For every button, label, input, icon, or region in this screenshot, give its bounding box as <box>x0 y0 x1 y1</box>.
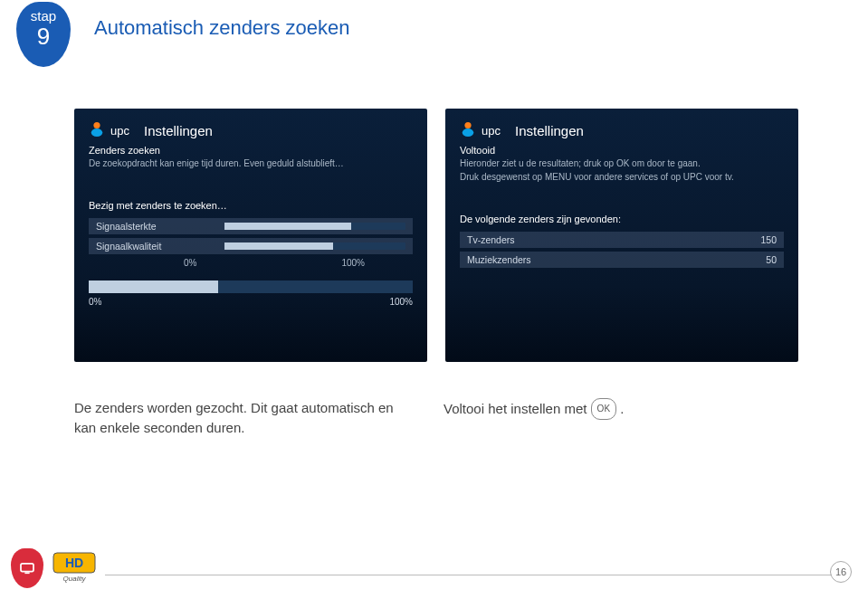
svg-rect-4 <box>21 564 33 572</box>
signal-quality-row: Signaalkwaliteit <box>89 238 413 254</box>
signal-quality-bar <box>224 242 405 250</box>
signal-strength-label: Signaalsterkte <box>96 218 157 234</box>
tv-pin-icon <box>11 548 43 588</box>
tv-right-desc-a: Hieronder ziet u de resultaten; druk op … <box>460 157 784 169</box>
caption-right: Voltooi het instellen met OK . <box>444 398 769 420</box>
tv-screenshots: upc Instellingen Zenders zoeken De zoeko… <box>74 109 798 366</box>
progress-hundred: 100% <box>389 297 413 307</box>
scale-hundred: 100% <box>341 258 365 268</box>
tv-left-header: upc Instellingen <box>89 121 413 139</box>
tv-left-brand: upc <box>110 124 129 138</box>
page-title: Automatisch zenders zoeken <box>94 16 350 40</box>
svg-point-1 <box>91 128 103 137</box>
tv-right-found: De volgende zenders zijn gevonden: <box>460 214 784 224</box>
tv-right-subtitle: Voltooid <box>460 145 784 156</box>
svg-point-2 <box>464 122 471 128</box>
svg-point-3 <box>463 128 474 137</box>
footer: HD Quality 16 <box>11 552 852 588</box>
tv-right-desc-b: Druk desgewenst op MENU voor andere serv… <box>460 171 784 183</box>
tv-left-desc: De zoekopdracht kan enige tijd duren. Ev… <box>89 157 413 169</box>
caption-right-b: . <box>620 401 624 416</box>
upc-logo-icon <box>89 121 105 139</box>
result-tv-label: Tv-zenders <box>467 232 515 248</box>
result-music-value: 50 <box>766 252 777 268</box>
hd-quality-badge: HD Quality <box>52 552 96 586</box>
signal-strength-fill <box>224 223 351 230</box>
signal-strength-bar <box>224 223 405 230</box>
result-music-row: Muziekzenders 50 <box>460 252 784 268</box>
result-tv-value: 150 <box>760 232 777 248</box>
ok-button-icon: OK <box>591 398 616 420</box>
quality-text: Quality <box>63 575 87 583</box>
tv-right-header: upc Instellingen <box>460 121 784 139</box>
signal-strength-row: Signaalsterkte <box>89 218 413 234</box>
tv-right-section: Instellingen <box>515 123 584 138</box>
tv-right: upc Instellingen Voltooid Hieronder ziet… <box>445 109 798 362</box>
svg-point-0 <box>93 122 100 128</box>
step-badge: stap 9 <box>16 2 71 67</box>
scale-zero: 0% <box>184 258 196 268</box>
step-number: 9 <box>16 24 71 49</box>
tv-right-brand: upc <box>482 124 501 138</box>
signal-quality-label: Signaalkwaliteit <box>96 238 161 254</box>
caption-right-a: Voltooi het instellen met <box>444 401 591 416</box>
tv-left-section: Instellingen <box>144 123 213 138</box>
upc-logo-icon <box>460 121 476 139</box>
progress-scale: 0% 100% <box>89 297 413 307</box>
signal-quality-fill <box>224 242 333 250</box>
result-music-label: Muziekzenders <box>467 252 531 268</box>
page-number: 16 <box>830 561 852 583</box>
hd-text: HD <box>65 556 83 570</box>
progress-fill <box>89 280 218 293</box>
progress-bar <box>89 280 413 293</box>
caption-left: De zenders worden gezocht. Dit gaat auto… <box>74 398 400 438</box>
step-label: stap <box>16 9 71 24</box>
tv-left-subtitle: Zenders zoeken <box>89 145 413 156</box>
tv-left: upc Instellingen Zenders zoeken De zoeko… <box>74 109 427 362</box>
progress-zero: 0% <box>89 297 101 307</box>
footer-line <box>105 575 832 575</box>
tv-left-status: Bezig met zenders te zoeken… <box>89 200 413 211</box>
signal-scale: 0% 100% <box>89 258 365 268</box>
result-tv-row: Tv-zenders 150 <box>460 232 784 248</box>
